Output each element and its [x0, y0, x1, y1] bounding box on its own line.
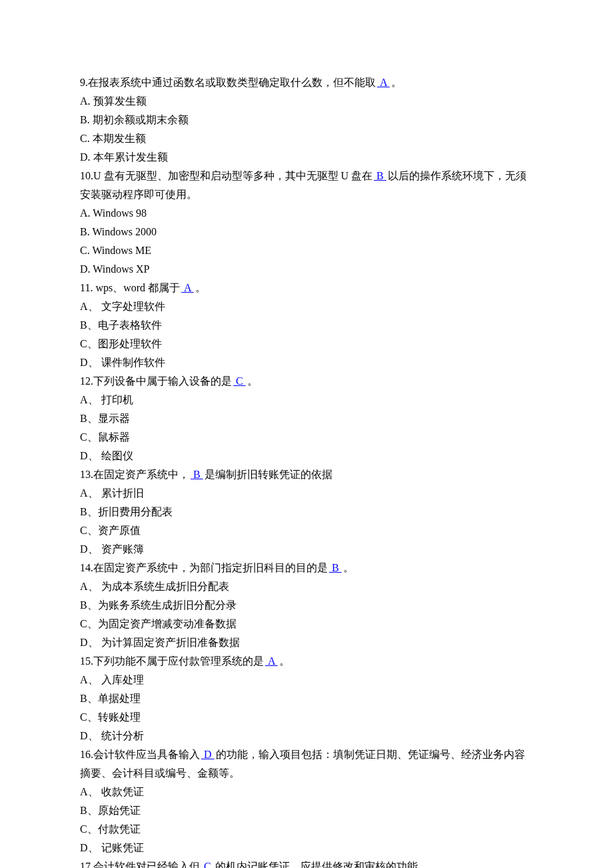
question-number: 11: [80, 282, 90, 293]
question-number: 15: [80, 655, 91, 667]
stem-text-after: 的机内记账凭证，应提供修改和审核的功能。: [215, 861, 428, 868]
option-item: B. Windows 2000: [80, 223, 533, 241]
option-item: B、折旧费用分配表: [80, 503, 533, 521]
answer-blank: B: [372, 170, 388, 181]
stem-text-before: . wps、word 都属于: [90, 282, 180, 293]
stem-text-before: .会计软件应当具备输入: [91, 749, 200, 760]
option-item: A、 为成本系统生成折旧分配表: [80, 577, 533, 596]
option-item: C. Windows ME: [80, 241, 533, 260]
option-item: A、 打印机: [80, 391, 533, 409]
question-stem: 9.在报表系统中通过函数名或取数类型确定取什么数，但不能取 A 。: [80, 73, 533, 92]
option-item: B. 期初余额或期末余额: [80, 111, 533, 129]
option-item: C、图形处理软件: [80, 335, 533, 353]
question-number: 14: [80, 562, 91, 573]
answer-blank: A: [180, 282, 195, 293]
options-group: A、 累计折旧B、折旧费用分配表C、资产原值D、 资产账簿: [80, 484, 533, 559]
options-group: A. 预算发生额B. 期初余额或期末余额C. 本期发生额D. 本年累计发生额: [80, 92, 533, 167]
question-number: 12: [80, 375, 91, 387]
option-item: D. Windows XP: [80, 260, 533, 279]
question-number: 13: [80, 469, 91, 480]
stem-text-before: .在报表系统中通过函数名或取数类型确定取什么数，但不能取: [85, 77, 376, 88]
stem-text-after: 是编制折旧转账凭证的依据: [205, 469, 332, 480]
option-item: A、 收款凭证: [80, 783, 533, 801]
option-item: C、付款凭证: [80, 820, 533, 839]
stem-text-after: 。: [195, 282, 206, 293]
option-item: D、 绘图仪: [80, 447, 533, 465]
option-item: D、 统计分析: [80, 727, 533, 745]
option-item: C、为固定资产增减变动准备数据: [80, 615, 533, 633]
question-stem: 11. wps、word 都属于 A 。: [80, 279, 533, 297]
option-item: C. 本期发生额: [80, 129, 533, 148]
stem-text-after: 。: [279, 655, 290, 667]
question-stem: 15.下列功能不属于应付款管理系统的是 A 。: [80, 652, 533, 671]
option-item: D. 本年累计发生额: [80, 148, 533, 167]
option-item: B、电子表格软件: [80, 316, 533, 335]
document-body: 9.在报表系统中通过函数名或取数类型确定取什么数，但不能取 A 。A. 预算发生…: [80, 73, 533, 868]
options-group: A、 收款凭证B、原始凭证C、付款凭证D、 记账凭证: [80, 783, 533, 857]
option-item: C、鼠标器: [80, 428, 533, 447]
stem-text-before: .下列功能不属于应付款管理系统的是: [91, 655, 264, 667]
question-number: 16: [80, 749, 91, 760]
option-item: C、转账处理: [80, 708, 533, 727]
stem-text-before: .在固定资产系统中，: [91, 469, 189, 480]
stem-text-after: 。: [247, 375, 258, 387]
option-item: B、为账务系统生成折旧分配分录: [80, 596, 533, 615]
stem-text-before: .会计软件对已经输入但: [91, 861, 200, 868]
question-number: 17: [80, 861, 91, 868]
stem-text-before: .U 盘有无驱型、加密型和启动型等多种，其中无驱型 U 盘在: [91, 170, 372, 181]
question-stem: 16.会计软件应当具备输入 D 的功能，输入项目包括：填制凭证日期、凭证编号、经…: [80, 745, 533, 783]
options-group: A、 文字处理软件B、电子表格软件C、图形处理软件D、 课件制作软件: [80, 297, 533, 372]
option-item: D、 为计算固定资产折旧准备数据: [80, 633, 533, 652]
question-number: 9: [80, 77, 85, 88]
options-group: A、 打印机B、显示器C、鼠标器D、 绘图仪: [80, 391, 533, 465]
option-item: A. 预算发生额: [80, 92, 533, 111]
options-group: A、 为成本系统生成折旧分配表B、为账务系统生成折旧分配分录C、为固定资产增减变…: [80, 577, 533, 652]
option-item: A、 文字处理软件: [80, 297, 533, 316]
option-item: A、 累计折旧: [80, 484, 533, 503]
question-number: 10: [80, 170, 91, 181]
question-stem: 10.U 盘有无驱型、加密型和启动型等多种，其中无驱型 U 盘在 B 以后的操作…: [80, 167, 533, 204]
answer-blank: C: [232, 375, 247, 387]
option-item: A、 入库处理: [80, 671, 533, 689]
question-stem: 17.会计软件对已经输入但 C 的机内记账凭证，应提供修改和审核的功能。: [80, 857, 533, 868]
answer-blank: A: [264, 655, 279, 667]
answer-blank: B: [189, 469, 205, 480]
option-item: B、原始凭证: [80, 801, 533, 820]
option-item: D、 资产账簿: [80, 540, 533, 559]
options-group: A、 入库处理B、单据处理C、转账处理D、 统计分析: [80, 671, 533, 745]
option-item: A. Windows 98: [80, 204, 533, 223]
stem-text-after: 。: [343, 562, 354, 573]
option-item: D、 记账凭证: [80, 839, 533, 857]
stem-text-before: .在固定资产系统中，为部门指定折旧科目的目的是: [91, 562, 328, 573]
option-item: D、 课件制作软件: [80, 353, 533, 372]
answer-blank: D: [200, 749, 216, 760]
stem-text-after: 。: [391, 77, 402, 88]
question-stem: 12.下列设备中属于输入设备的是 C 。: [80, 372, 533, 391]
question-stem: 13.在固定资产系统中， B 是编制折旧转账凭证的依据: [80, 465, 533, 484]
option-item: C、资产原值: [80, 521, 533, 540]
answer-blank: C: [200, 861, 215, 868]
option-item: B、单据处理: [80, 689, 533, 708]
stem-text-before: .下列设备中属于输入设备的是: [91, 375, 232, 387]
option-item: B、显示器: [80, 409, 533, 428]
options-group: A. Windows 98B. Windows 2000C. Windows M…: [80, 204, 533, 279]
answer-blank: B: [328, 562, 343, 573]
question-stem: 14.在固定资产系统中，为部门指定折旧科目的目的是 B 。: [80, 559, 533, 577]
answer-blank: A: [376, 77, 391, 88]
